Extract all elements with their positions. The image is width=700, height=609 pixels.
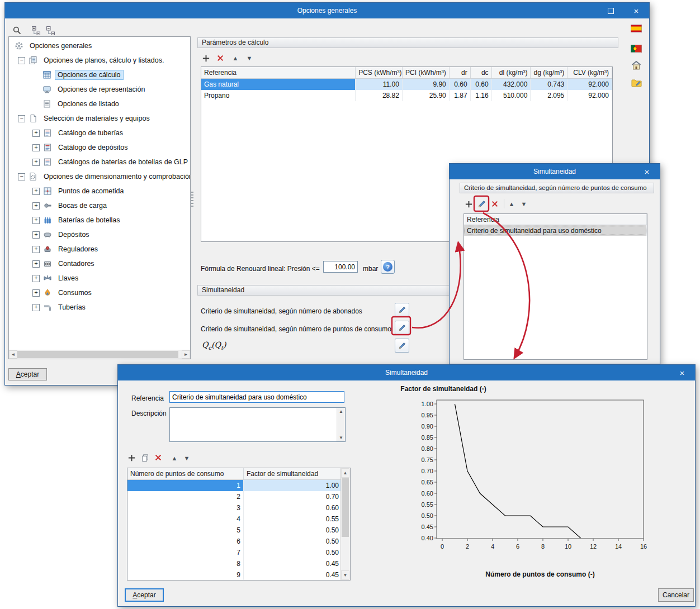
accept-button[interactable]: Aceptar (8, 368, 47, 380)
edit-criterio-button[interactable] (476, 198, 488, 210)
tree-item-label[interactable]: Opciones de listado (55, 99, 122, 109)
scroll-down-button[interactable]: ▼ (341, 570, 349, 580)
tree-item-label[interactable]: Catálogos de baterías de botellas de GLP (55, 157, 191, 167)
move-up-button[interactable]: ▲ (169, 454, 179, 463)
move-up-button[interactable]: ▲ (507, 199, 517, 208)
tree-item-label[interactable]: Opciones de representación (55, 84, 148, 94)
tree-item-label[interactable]: Opciones generales (27, 41, 94, 51)
descripcion-textarea[interactable]: ▲ ▼ (169, 407, 346, 442)
tree-item[interactable]: +Reguladores (9, 242, 190, 256)
tree-item-label[interactable]: Opciones de dimensionamiento y comprobac… (41, 172, 191, 182)
spanish-language-button[interactable] (630, 23, 643, 34)
move-down-button[interactable]: ▼ (519, 199, 529, 208)
tree-item[interactable]: Opciones de listado (9, 97, 190, 111)
splitter-handle[interactable] (191, 192, 193, 207)
help-button[interactable]: ? (381, 260, 395, 274)
tree-item[interactable]: −Opciones de planos, cálculo y listados. (9, 53, 190, 68)
tree-item-label[interactable]: Contadores (55, 259, 97, 269)
home-button[interactable] (630, 59, 643, 71)
delete-criterio-button[interactable] (489, 198, 500, 210)
cancel-button[interactable]: Cancelar (658, 588, 694, 602)
tree-expand-icon[interactable]: + (32, 260, 40, 268)
tree-item-label[interactable]: Consumos (55, 288, 94, 298)
accept-button[interactable]: Aceptar (125, 588, 164, 602)
tree-item[interactable]: +Consumos (9, 286, 190, 300)
tree-item[interactable]: Opciones de representación (9, 82, 190, 97)
tree-expand-icon[interactable]: + (32, 159, 40, 166)
move-up-button[interactable]: ▲ (230, 54, 240, 63)
tree-item[interactable]: +Catálogo de tuberías (9, 126, 190, 140)
tree-expand-icon[interactable]: + (32, 217, 40, 224)
table-row[interactable]: 11.00 (127, 480, 350, 491)
add-row-button[interactable] (200, 52, 212, 64)
pressure-input[interactable] (323, 261, 358, 273)
table-row[interactable]: 20.70 (127, 491, 350, 502)
params-row[interactable]: Gas natural11.009.900.600.60432.0000.743… (201, 79, 612, 90)
tree-item[interactable]: −Selección de materiales y equipos (9, 111, 190, 126)
tree-item-label[interactable]: Baterías de botellas (55, 215, 123, 225)
table-row[interactable]: 60.50 (127, 536, 350, 547)
delete-point-button[interactable] (153, 452, 164, 463)
move-down-button[interactable]: ▼ (244, 54, 254, 63)
tree-collapse-icon[interactable]: − (18, 173, 25, 180)
delete-row-button[interactable] (214, 52, 226, 64)
referencia-input[interactable] (169, 391, 344, 403)
tree-item-label[interactable]: Depósitos (55, 230, 92, 240)
tree-item[interactable]: Opciones generales (9, 39, 190, 53)
tree-item[interactable]: +Catálogos de baterías de botellas de GL… (9, 155, 190, 169)
maximize-button[interactable] (598, 3, 623, 18)
tree-item-label[interactable]: Llaves (55, 273, 81, 283)
edit-sim-puntos-button[interactable] (395, 321, 409, 335)
scroll-right-button[interactable]: ► (182, 350, 190, 359)
tree-expand-icon[interactable]: + (32, 246, 40, 253)
close-button[interactable]: × (634, 164, 660, 179)
points-table-scrollbar[interactable]: ▲ ▼ (340, 468, 350, 580)
tree-item[interactable]: +Depósitos (9, 227, 190, 242)
tree-item[interactable]: +Contadores (9, 256, 190, 271)
search-button[interactable] (11, 24, 23, 36)
tree-collapse-icon[interactable]: − (18, 115, 25, 122)
table-row[interactable]: 50.50 (127, 525, 350, 536)
list-item[interactable]: Criterio de simultaneidad para uso domés… (464, 225, 647, 236)
tree-item[interactable]: +Tuberías (9, 300, 190, 315)
tree-item-label[interactable]: Puntos de acometida (55, 186, 126, 196)
scrollbar-thumb[interactable] (17, 351, 178, 358)
open-options-file-button[interactable] (630, 77, 643, 89)
copy-point-button[interactable] (139, 452, 150, 463)
tree-item-label[interactable]: Catálogo de depósitos (55, 142, 130, 153)
tree-collapse-icon[interactable]: − (18, 57, 25, 64)
portuguese-language-button[interactable] (630, 43, 643, 54)
table-row[interactable]: 40.55 (127, 513, 350, 525)
scroll-up-button[interactable]: ▲ (337, 408, 345, 415)
tree-expand-icon[interactable]: + (32, 188, 40, 195)
tree-item[interactable]: Opciones de cálculo (9, 68, 190, 82)
edit-qc-qt-button[interactable] (395, 339, 409, 353)
add-point-button[interactable] (126, 452, 137, 463)
scroll-left-button[interactable]: ◄ (9, 350, 17, 359)
table-row[interactable]: 30.60 (127, 502, 350, 513)
tree-expand-icon[interactable]: + (32, 289, 40, 297)
scroll-up-button[interactable]: ▲ (341, 468, 349, 478)
collapse-all-button[interactable] (44, 24, 56, 36)
tree-item[interactable]: +Puntos de acometida (9, 184, 190, 198)
tree-horizontal-scrollbar[interactable]: ◄ ► (9, 350, 190, 359)
tree-item[interactable]: +Baterías de botellas (9, 213, 190, 227)
tree-expand-icon[interactable]: + (32, 304, 40, 311)
add-criterio-button[interactable] (463, 198, 474, 210)
scrollbar-thumb[interactable] (342, 478, 349, 537)
move-down-button[interactable]: ▼ (182, 454, 192, 463)
expand-all-button[interactable] (30, 24, 42, 36)
table-row[interactable]: 90.45 (127, 569, 350, 581)
textarea-scrollbar[interactable]: ▲ ▼ (337, 408, 345, 441)
tree-item[interactable]: −Opciones de dimensionamiento y comproba… (9, 169, 190, 184)
edit-sim-abonados-button[interactable] (395, 303, 409, 317)
tree-item-label[interactable]: Reguladores (55, 244, 101, 254)
tree-expand-icon[interactable]: + (32, 231, 40, 239)
params-row[interactable]: Propano28.8225.901.871.16510.0002.09592.… (201, 90, 612, 101)
scroll-down-button[interactable]: ▼ (337, 434, 345, 441)
close-button[interactable]: × (623, 3, 649, 18)
tree-expand-icon[interactable]: + (32, 144, 40, 151)
titlebar[interactable]: Simultaneidad × (450, 164, 660, 179)
tree-item-label[interactable]: Opciones de cálculo (55, 70, 124, 80)
table-row[interactable]: 70.50 (127, 547, 350, 558)
